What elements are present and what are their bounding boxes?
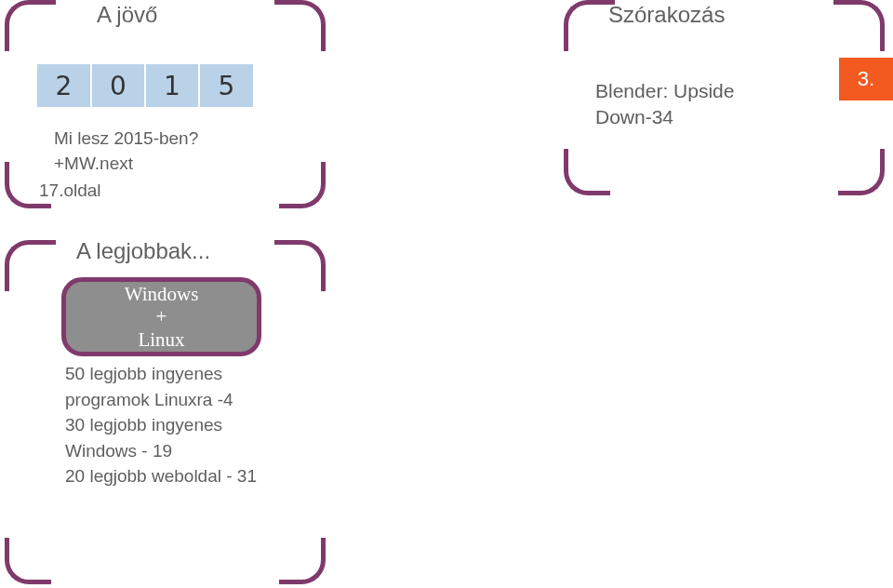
year-cells: 2 0 1 5 — [37, 63, 253, 108]
year-digit: 1 — [145, 63, 199, 108]
year-digit: 2 — [37, 63, 91, 108]
year-digit: 5 — [199, 63, 253, 108]
page-number-tab: 3. — [839, 58, 893, 100]
panel-best-body: 50 legjobb ingyenes programok Linuxra -4… — [65, 361, 257, 489]
year-digit: 0 — [91, 63, 145, 108]
text-line: 50 legjobb ingyenes — [65, 361, 257, 387]
panel-future-title: A jövő — [97, 2, 157, 28]
text-line: 30 legjobb ingyenes — [65, 412, 257, 438]
badge-line: Linux — [138, 328, 184, 351]
text-line: Mi lesz 2015-ben? — [54, 127, 198, 152]
badge-line: Windows — [125, 283, 199, 305]
text-line: Blender: Upside — [595, 78, 734, 104]
page-root: A jövő 2 0 1 5 Mi lesz 2015-ben? +MW.nex… — [0, 0, 893, 588]
os-badge: Windows + Linux — [61, 277, 261, 356]
text-line: programok Linuxra -4 — [65, 387, 257, 413]
panel-future-pageref: 17.oldal — [39, 180, 101, 201]
panel-fun-title: Szórakozás — [608, 2, 725, 28]
text-line: +MW.next — [54, 152, 198, 177]
text-line: Windows - 19 — [65, 438, 257, 464]
panel-best-title: A legjobbak... — [76, 238, 210, 264]
text-line: 20 legjobb weboldal - 31 — [65, 463, 257, 489]
panel-future-subtitle: Mi lesz 2015-ben? +MW.next — [54, 127, 198, 176]
badge-plus: + — [156, 305, 167, 327]
text-line: Down-34 — [595, 104, 734, 130]
panel-fun-body: Blender: Upside Down-34 — [595, 78, 734, 131]
